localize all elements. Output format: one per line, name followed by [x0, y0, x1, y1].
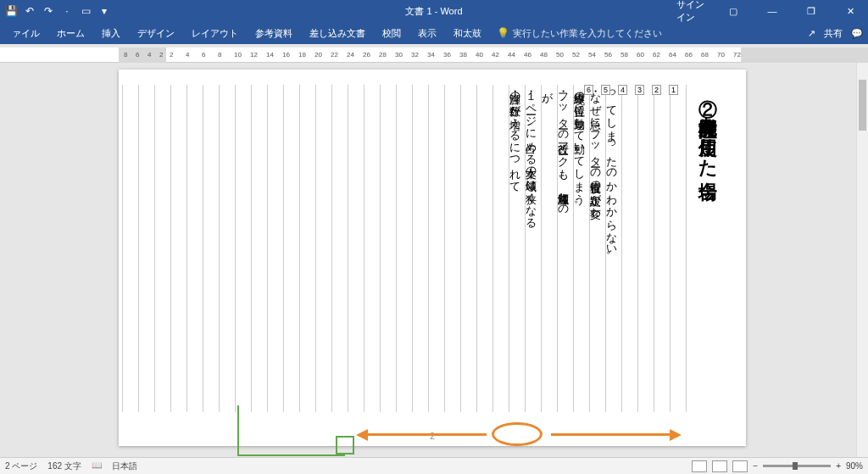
status-bar: 2 ページ 162 文字 📖 日本語 − + 90% [0, 457, 868, 474]
annotation-arrow-right-line [551, 433, 670, 436]
ruler-numbers-right: 2468101214161820222426283032343638404244… [170, 47, 868, 63]
zoom-slider[interactable] [763, 465, 831, 467]
minimize-button[interactable]: — [754, 0, 790, 22]
qat-customize-icon[interactable]: ▾ [98, 5, 110, 17]
ribbon-right: ↗ 共有 💬 [808, 27, 863, 40]
view-print-layout-icon[interactable] [712, 460, 727, 472]
undo-icon[interactable]: ↶ [24, 5, 36, 17]
zoom-slider-thumb[interactable] [793, 462, 798, 470]
proofing-icon[interactable]: 📖 [92, 460, 102, 472]
collapse-ribbon-icon[interactable]: ˇ [862, 23, 865, 32]
redo-icon[interactable]: ↷ [42, 5, 54, 17]
zoom-out-button[interactable]: − [753, 461, 758, 471]
body-line-1: ・脚注の行数が増えるにつれて [507, 85, 521, 187]
qat-sep: · [61, 5, 73, 17]
tab-review[interactable]: 校閲 [374, 22, 409, 44]
annotation-arrow-left-head [356, 429, 368, 441]
tab-mailings[interactable]: 差し込み文書 [301, 22, 374, 44]
status-page[interactable]: 2 ページ [5, 460, 37, 472]
view-read-mode-icon[interactable] [692, 460, 707, 472]
footnote-ref-5: 5 [601, 85, 610, 95]
save-icon[interactable]: 💾 [5, 5, 17, 17]
view-web-layout-icon[interactable] [732, 460, 748, 472]
footnote-ref-3: 3 [635, 85, 644, 95]
share-icon[interactable]: ↗ [808, 28, 815, 39]
tell-me-placeholder: 実行したい作業を入力してください [513, 27, 662, 40]
tab-design[interactable]: デザイン [129, 22, 183, 44]
tab-view[interactable]: 表示 [409, 22, 445, 44]
title-controls: サインイン ▢ — ❐ ✕ [676, 0, 868, 22]
status-char-count[interactable]: 162 文字 [47, 460, 81, 472]
body-line-5: 境界線の位置に連動して動いてしまう。 [571, 85, 586, 210]
vertical-scrollbar[interactable] [856, 63, 868, 457]
footnote-ref-2: 2 [652, 85, 661, 95]
annotation-arrow-left-line [368, 433, 487, 436]
document-workspace: ②脚注機能を使用した場合 ・脚注の行数が増えるにつれて ・１ページに占める本文の… [0, 63, 868, 457]
touch-mode-icon[interactable]: ▭ [80, 5, 92, 17]
body-line-6: ・なぜ急にフッターの横位置の設定が変わ [587, 85, 602, 212]
footnote-ref-1: 1 [669, 85, 678, 95]
zoom-in-button[interactable]: + [836, 461, 841, 471]
zoom-level[interactable]: 90% [846, 461, 863, 471]
share-button[interactable]: 共有 [824, 27, 843, 40]
annotation-oval [492, 422, 542, 446]
annotation-green-box [336, 436, 354, 454]
body-line-2: ・１ページに占める本文の領域は狭くなる [523, 85, 537, 223]
body-line-7: ってしまったのかわからない。 [604, 85, 618, 261]
tell-me-search[interactable]: 💡 実行したい作業を入力してください [497, 27, 662, 40]
body-line-4: ・フッターの改行マークも、脚注領域との [555, 85, 570, 210]
tab-home[interactable]: ホーム [48, 22, 93, 44]
document-title: 文書 1 - Word [405, 5, 462, 18]
body-line-3: が、 [539, 85, 554, 109]
status-right: − + 90% [692, 460, 863, 472]
lightbulb-icon: 💡 [497, 27, 509, 39]
tab-file[interactable]: ァイル [3, 22, 48, 44]
annotation-arrow-right-head [670, 429, 682, 441]
document-page[interactable]: ②脚注機能を使用した場合 ・脚注の行数が増えるにつれて ・１ページに占める本文の… [119, 70, 746, 446]
page-heading: ②脚注機能を使用した場合 [694, 85, 721, 167]
restore-button[interactable]: ❐ [793, 0, 829, 22]
tab-insert[interactable]: 挿入 [93, 22, 129, 44]
ribbon-display-icon[interactable]: ▢ [715, 0, 751, 22]
close-button[interactable]: ✕ [832, 0, 868, 22]
tab-layout[interactable]: レイアウト [183, 22, 247, 44]
status-language[interactable]: 日本語 [112, 460, 137, 472]
title-bar: 💾 ↶ ↷ · ▭ ▾ 文書 1 - Word サインイン ▢ — ❐ ✕ [0, 0, 868, 22]
horizontal-ruler[interactable]: 8 6 4 2 24681012141618202224262830323436… [0, 47, 868, 63]
footnote-ref-4: 4 [618, 85, 627, 95]
scrollbar-thumb[interactable] [859, 80, 866, 131]
signin-button[interactable]: サインイン [676, 0, 712, 22]
tab-wadaiko[interactable]: 和太鼓 [445, 22, 490, 44]
ribbon-tabs: ァイル ホーム 挿入 デザイン レイアウト 参考資料 差し込み文書 校閲 表示 … [0, 22, 868, 44]
status-left: 2 ページ 162 文字 📖 日本語 [5, 460, 137, 472]
annotation-green-line-v [237, 405, 239, 456]
quick-access-toolbar: 💾 ↶ ↷ · ▭ ▾ [0, 5, 110, 17]
footnote-ref-6: 6 [584, 85, 593, 95]
tab-references[interactable]: 参考資料 [247, 22, 301, 44]
annotation-green-line-h [237, 454, 345, 456]
